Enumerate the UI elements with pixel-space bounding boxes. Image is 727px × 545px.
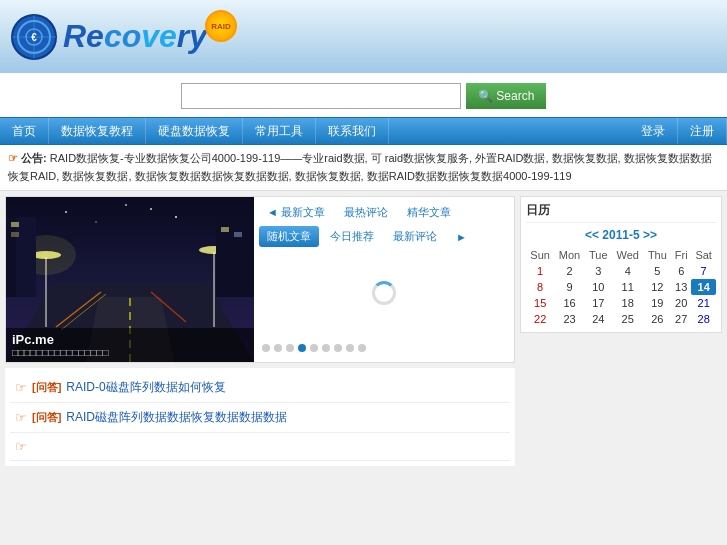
cal-day-19[interactable]: 19 <box>644 295 672 311</box>
notice-text: RAID数据恢复-专业数据恢复公司4000-199-119——专业raid数据,… <box>8 152 712 182</box>
cal-th-mon: Mon <box>554 247 585 263</box>
cal-week-2: 8 9 10 11 12 13 14 <box>526 279 716 295</box>
slide-dot-7[interactable] <box>334 344 342 352</box>
slide-dot-2[interactable] <box>274 344 282 352</box>
slide-tab-today[interactable]: 今日推荐 <box>322 226 382 247</box>
cal-day-8[interactable]: 8 <box>526 279 554 295</box>
cal-next[interactable]: >> <box>643 228 657 242</box>
cal-day-2[interactable]: 2 <box>554 263 585 279</box>
slide-dots <box>259 339 509 357</box>
search-input[interactable] <box>181 83 461 109</box>
cal-day-10[interactable]: 10 <box>585 279 612 295</box>
logo-area: € Recovery RAID <box>10 13 207 61</box>
article-title-2: RAID磁盘阵列数据数据恢复数据数据数据 <box>66 409 287 426</box>
svg-rect-21 <box>11 232 19 237</box>
cal-day-16[interactable]: 16 <box>554 295 585 311</box>
slide-dot-8[interactable] <box>346 344 354 352</box>
slide-dot-4[interactable] <box>298 344 306 352</box>
article-item-2[interactable]: ☞ [问答] RAID磁盘阵列数据数据恢复数据数据数据 <box>10 403 510 433</box>
cal-day-27[interactable]: 27 <box>671 311 691 327</box>
cal-day-11[interactable]: 11 <box>612 279 644 295</box>
cal-day-18[interactable]: 18 <box>612 295 644 311</box>
svg-text:€: € <box>31 32 37 43</box>
slide-nav-panel: ◄ 最新文章 最热评论 精华文章 随机文章 今日推荐 最新评论 ► <box>254 197 514 362</box>
cal-day-24[interactable]: 24 <box>585 311 612 327</box>
svg-rect-24 <box>234 232 242 237</box>
cal-day-5[interactable]: 5 <box>644 263 672 279</box>
slide-dot-5[interactable] <box>310 344 318 352</box>
cal-day-12[interactable]: 12 <box>644 279 672 295</box>
nav-item-tools[interactable]: 常用工具 <box>243 118 316 144</box>
cal-day-14-today[interactable]: 14 <box>691 279 716 295</box>
cal-day-23[interactable]: 23 <box>554 311 585 327</box>
slide-tab-next[interactable]: ► <box>448 228 475 246</box>
calendar-section-title: 日历 <box>526 202 716 223</box>
slide-dot-3[interactable] <box>286 344 294 352</box>
cal-day-9[interactable]: 9 <box>554 279 585 295</box>
article-icon-3: ☞ <box>15 439 27 454</box>
slide-tab-featured[interactable]: 精华文章 <box>399 202 459 223</box>
notice-icon: ☞ <box>8 152 18 164</box>
cal-th-thu: Thu <box>644 247 672 263</box>
slide-tab-random[interactable]: 随机文章 <box>259 226 319 247</box>
nav-bar: 首页 数据恢复教程 硬盘数据恢复 常用工具 联系我们 登录 注册 <box>0 117 727 145</box>
cal-day-13[interactable]: 13 <box>671 279 691 295</box>
svg-rect-19 <box>16 217 36 297</box>
article-item-1[interactable]: ☞ [问答] RAID-0磁盘阵列数据如何恢复 <box>10 373 510 403</box>
calendar-header: << 2011-5 >> <box>526 228 716 242</box>
nav-item-contact[interactable]: 联系我们 <box>316 118 389 144</box>
cal-day-21[interactable]: 21 <box>691 295 716 311</box>
slide-tabs: ◄ 最新文章 最热评论 精华文章 随机文章 今日推荐 最新评论 ► <box>259 202 509 247</box>
article-item-3[interactable]: ☞ <box>10 433 510 461</box>
cal-th-tue: Tue <box>585 247 612 263</box>
raid-badge: RAID <box>205 10 237 42</box>
cal-month-year: 2011-5 <box>602 228 643 242</box>
cal-day-6[interactable]: 6 <box>671 263 691 279</box>
slide-dot-1[interactable] <box>262 344 270 352</box>
slide-tab-hot[interactable]: 最热评论 <box>336 202 396 223</box>
svg-rect-20 <box>11 222 19 227</box>
cal-day-15[interactable]: 15 <box>526 295 554 311</box>
nav-spacer <box>389 118 629 144</box>
cal-day-26[interactable]: 26 <box>644 311 672 327</box>
cal-th-wed: Wed <box>612 247 644 263</box>
slide-dot-9[interactable] <box>358 344 366 352</box>
article-list: ☞ [问答] RAID-0磁盘阵列数据如何恢复 ☞ [问答] RAID磁盘阵列数… <box>5 368 515 466</box>
search-area: 🔍 Search <box>0 73 727 117</box>
nav-login[interactable]: 登录 <box>629 118 678 144</box>
cal-day-22[interactable]: 22 <box>526 311 554 327</box>
svg-point-29 <box>150 208 152 210</box>
svg-point-25 <box>65 211 67 213</box>
article-tag-1: [问答] <box>32 380 61 395</box>
slide-overlay: iPc.me □□□□□□□□□□□□□□□□ <box>6 328 254 362</box>
cal-day-17[interactable]: 17 <box>585 295 612 311</box>
slide-image: iPc.me □□□□□□□□□□□□□□□□ <box>6 197 254 362</box>
cal-th-fri: Fri <box>671 247 691 263</box>
nav-register[interactable]: 注册 <box>678 118 727 144</box>
nav-item-home[interactable]: 首页 <box>0 118 49 144</box>
cal-week-3: 15 16 17 18 19 20 21 <box>526 295 716 311</box>
cal-day-3[interactable]: 3 <box>585 263 612 279</box>
cal-day-1[interactable]: 1 <box>526 263 554 279</box>
nav-item-tutorials[interactable]: 数据恢复教程 <box>49 118 146 144</box>
cal-day-28[interactable]: 28 <box>691 311 716 327</box>
slide-caption: □□□□□□□□□□□□□□□□ <box>12 347 248 358</box>
nav-item-harddisk[interactable]: 硬盘数据恢复 <box>146 118 243 144</box>
cal-th-sat: Sat <box>691 247 716 263</box>
svg-point-27 <box>175 216 177 218</box>
slide-dot-6[interactable] <box>322 344 330 352</box>
article-title-1: RAID-0磁盘阵列数据如何恢复 <box>66 379 225 396</box>
cal-prev[interactable]: << <box>585 228 599 242</box>
loading-spinner <box>372 281 396 305</box>
cal-day-7[interactable]: 7 <box>691 263 716 279</box>
slide-tab-latest[interactable]: ◄ 最新文章 <box>259 202 333 223</box>
cal-day-25[interactable]: 25 <box>612 311 644 327</box>
calendar-widget: 日历 << 2011-5 >> Sun Mon Tue Wed Thu Fri … <box>520 196 722 333</box>
search-button[interactable]: 🔍 Search <box>466 83 546 109</box>
left-column: iPc.me □□□□□□□□□□□□□□□□ ◄ 最新文章 最热评论 精华文章… <box>5 196 515 466</box>
cal-week-4: 22 23 24 25 26 27 28 <box>526 311 716 327</box>
cal-day-20[interactable]: 20 <box>671 295 691 311</box>
logo-icon: € <box>10 13 58 61</box>
slide-tab-comments[interactable]: 最新评论 <box>385 226 445 247</box>
cal-day-4[interactable]: 4 <box>612 263 644 279</box>
